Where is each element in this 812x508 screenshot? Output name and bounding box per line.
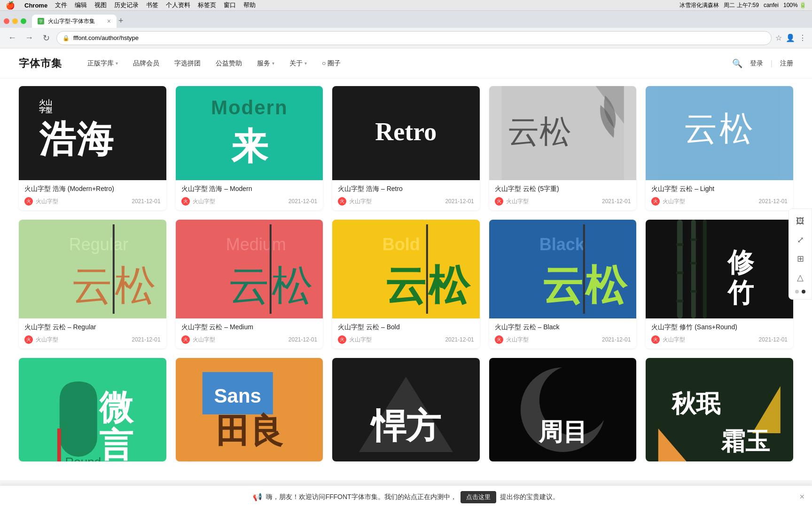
card-title: 火山字型 浩海 (Modern+Retro): [24, 185, 161, 193]
sidebar-up-button[interactable]: △: [792, 269, 809, 286]
back-button[interactable]: ←: [6, 32, 19, 45]
card-title: 火山字型 云松 – Light: [651, 185, 788, 193]
card-date: 2021-12-01: [132, 336, 160, 343]
card-author: 火 火山字型: [24, 197, 58, 206]
register-link[interactable]: 注册: [780, 59, 793, 68]
site-logo[interactable]: 字体市集: [19, 56, 62, 71]
card-info: 火山字型 浩海 – Retro 火 火山字型 2021-12-01: [332, 180, 480, 210]
card-title: 火山字型 云松 – Medium: [181, 323, 318, 332]
apple-menu[interactable]: 🍎: [6, 1, 15, 10]
card-image: Regular 云松: [19, 220, 166, 318]
site-wrapper: 字体市集 正版字库▾ 品牌会员 字选拼团 公益赞助 服务▾ 关于▾ ○ 圈子: [0, 48, 812, 480]
nav-zhengban[interactable]: 正版字库▾: [81, 56, 125, 71]
nav-quanzi[interactable]: ○ 圈子: [315, 56, 347, 71]
close-window-button[interactable]: [4, 18, 9, 24]
card-image: Sans 田良: [176, 358, 323, 461]
notification-bar: 📢 嗨，朋友！欢迎访问FFFONT字体市集。我们的站点正在内测中， 点击这里 提…: [0, 485, 812, 508]
sidebar-expand-button[interactable]: ⤢: [792, 231, 809, 248]
font-card-yunsong-light[interactable]: 云松 火山字型 云松 – Light 火 火山字型 2021-12-01: [646, 86, 793, 210]
view-menu[interactable]: 视图: [94, 1, 107, 9]
svg-text:Medium: Medium: [226, 235, 286, 254]
nav-fuwu[interactable]: 服务▾: [250, 56, 281, 71]
svg-text:字型: 字型: [39, 106, 53, 114]
sidebar-image-button[interactable]: 🖼: [792, 213, 809, 230]
url-text: fffont.com/author/hstype: [73, 34, 139, 41]
help-menu[interactable]: 帮助: [243, 1, 256, 9]
notification-cta-button[interactable]: 点击这里: [461, 491, 496, 503]
card-title: 火山字型 浩海 – Modern: [181, 185, 318, 193]
menubar-right: 冰雪溶化满森林 周二 上午7:59 canfei 100% 🔋: [679, 1, 806, 9]
svg-rect-32: [676, 243, 684, 246]
tab-close-button[interactable]: ×: [107, 17, 111, 25]
history-menu[interactable]: 历史记录: [114, 1, 139, 9]
font-card-xiuzhu[interactable]: 修 竹 火山字型 修竹 (Sans+Round) 火 火山字型 2021-12-…: [646, 220, 793, 349]
svg-rect-30: [658, 220, 781, 318]
font-card-haosea-modern-retro[interactable]: 火山 字型 浩海 火山字型 浩海 (Modern+Retro) 火 火山字型 2…: [19, 86, 166, 210]
svg-text:言: 言: [99, 426, 133, 461]
new-tab-button[interactable]: +: [118, 16, 124, 28]
search-icon[interactable]: 🔍: [732, 58, 742, 69]
font-card-haosea-modern[interactable]: Modern 来 火山字型 浩海 – Modern 火 火山字型 2021-12…: [176, 86, 323, 210]
nav-pinpai[interactable]: 品牌会员: [126, 56, 166, 71]
card-image: 火山 字型 浩海: [19, 86, 166, 180]
pagination-dot-2[interactable]: [802, 290, 805, 294]
card-info: 火山字型 云松 – Regular 火 火山字型 2021-12-01: [19, 318, 166, 349]
profile-menu[interactable]: 个人资料: [166, 1, 190, 9]
nav-guanyu[interactable]: 关于▾: [283, 56, 313, 71]
minimize-window-button[interactable]: [12, 18, 18, 24]
app-name[interactable]: Chrome: [24, 2, 47, 9]
bookmark-star-icon[interactable]: ☆: [775, 33, 782, 42]
font-card-haosea-retro[interactable]: Retro 火山字型 浩海 – Retro 火 火山字型 2021-12-01: [332, 86, 480, 210]
card-info: 火山字型 云松 – Light 火 火山字型 2021-12-01: [646, 180, 793, 210]
sidebar-table-button[interactable]: ⊞: [792, 250, 809, 267]
notification-close-button[interactable]: ×: [799, 492, 804, 502]
author-avatar: 火: [651, 335, 660, 344]
nav-gongyi[interactable]: 公益赞助: [209, 56, 249, 71]
card-author: 火 火山字型: [181, 335, 215, 344]
card-image: 云松: [489, 86, 637, 180]
nav-zixuan[interactable]: 字选拼团: [168, 56, 207, 71]
font-card-yunsong-5[interactable]: 云松 火山字型 云松 (5字重) 火 火山字型 2021-12-01: [489, 86, 637, 210]
login-link[interactable]: 登录: [750, 59, 763, 68]
tab-favicon: 字: [38, 18, 44, 24]
notification-text: 嗨，朋友！欢迎访问FFFONT字体市集。我们的站点正在内测中，: [266, 493, 456, 501]
svg-text:Black: Black: [539, 235, 585, 254]
svg-rect-38: [690, 290, 697, 293]
card-title: 火山字型 浩海 – Retro: [338, 185, 474, 193]
svg-text:田良: 田良: [215, 412, 283, 450]
font-card-yishi[interactable]: 悍方: [332, 358, 480, 461]
maximize-window-button[interactable]: [21, 18, 26, 24]
card-date: 2021-12-01: [445, 198, 474, 205]
font-card-tianliang[interactable]: Sans 田良: [176, 358, 323, 461]
author-avatar: 火: [338, 197, 346, 206]
svg-text:Sans: Sans: [214, 385, 261, 407]
font-card-yunsong-bold[interactable]: Bold 云松 火山字型 云松 – Bold 火 火山字型 2021-12-01: [332, 220, 480, 349]
font-card-yunsong-black[interactable]: Black 云松 火山字型 云松 – Black 火 火山字型 2021-12-…: [489, 220, 637, 349]
card-image: 修 竹: [646, 220, 793, 318]
edit-menu[interactable]: 编辑: [75, 1, 87, 9]
browser-tab[interactable]: 字 火山字型-字体市集 ×: [32, 15, 117, 28]
card-image: Bold 云松: [332, 220, 480, 318]
card-author: 火 火山字型: [651, 335, 685, 344]
font-card-yunsong-regular[interactable]: Regular 云松 火山字型 云松 – Regular 火 火山字型 2021…: [19, 220, 166, 349]
pagination-dot-1[interactable]: [795, 290, 799, 294]
font-card-weiyan[interactable]: 微 言 Round: [19, 358, 166, 461]
svg-text:Bold: Bold: [383, 235, 420, 254]
tabs-menu[interactable]: 标签页: [198, 1, 216, 9]
profile-icon[interactable]: 👤: [786, 33, 795, 42]
file-menu[interactable]: 文件: [55, 1, 67, 9]
svg-rect-36: [690, 238, 697, 241]
notification-icon: 📢: [253, 492, 262, 501]
bookmarks-menu[interactable]: 书签: [146, 1, 158, 9]
reload-button[interactable]: ↻: [39, 32, 53, 45]
font-card-qiuhuan[interactable]: 秋珉 霜玉: [646, 358, 793, 461]
font-card-zhoumu[interactable]: 周目: [489, 358, 637, 461]
card-image: 微 言 Round: [19, 358, 166, 461]
svg-text:来: 来: [230, 126, 268, 167]
address-bar[interactable]: 🔒 fffont.com/author/hstype: [56, 31, 772, 45]
font-card-yunsong-medium[interactable]: Medium 云松 火山字型 云松 – Medium 火 火山字型 2021-1…: [176, 220, 323, 349]
window-menu[interactable]: 窗口: [224, 1, 236, 9]
card-author: 火 火山字型: [651, 197, 685, 206]
forward-button[interactable]: →: [23, 32, 36, 45]
extensions-icon[interactable]: ⋮: [799, 33, 806, 42]
